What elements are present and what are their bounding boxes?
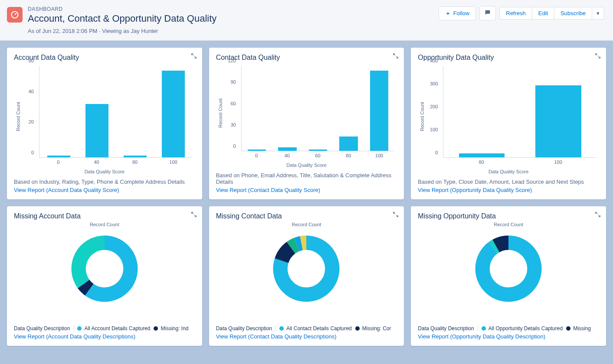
view-report-link[interactable]: View Report (Opportunity Data Quality Sc…: [418, 187, 599, 193]
view-report-link[interactable]: View Report (Opportunity Data Quality De…: [418, 333, 599, 340]
feed-button[interactable]: [479, 6, 496, 20]
bar-chart: Record Count03060901200406080100: [216, 66, 397, 161]
card-title: Contact Data Quality: [216, 54, 397, 62]
card-missing-account: Missing Account Data Record Count Data Q…: [7, 206, 202, 346]
legend-item-label: All Opportunity Details Captured: [488, 325, 563, 332]
header-actions: ＋ Follow Refresh Edit Subscribe ▾: [439, 6, 604, 20]
view-report-link[interactable]: View Report (Account Data Quality Descri…: [14, 333, 195, 340]
page-title: Account, Contact & Opportunity Data Qual…: [28, 13, 433, 24]
follow-button[interactable]: ＋ Follow: [439, 6, 476, 20]
bar-chart: Record Count020406004080100: [14, 66, 195, 167]
legend-row: Data Quality Description All Opportunity…: [418, 325, 599, 332]
card-missing-opportunity: Missing Opportunity Data Record Count Da…: [411, 206, 606, 346]
refresh-button[interactable]: Refresh: [499, 7, 532, 20]
card-title: Missing Account Data: [14, 212, 195, 220]
expand-icon[interactable]: [595, 211, 601, 219]
donut-ylabel: Record Count: [292, 222, 321, 227]
card-account-dq: Account Data Quality Record Count0204060…: [7, 48, 202, 199]
legend-label: Data Quality Description: [14, 325, 70, 332]
expand-icon[interactable]: [191, 211, 197, 219]
view-report-link[interactable]: View Report (Contact Data Quality Descri…: [216, 333, 397, 340]
expand-icon[interactable]: [595, 53, 601, 60]
card-contact-dq: Contact Data Quality Record Count0306090…: [209, 48, 404, 199]
dashboard-header: DASHBOARD Account, Contact & Opportunity…: [0, 0, 613, 41]
card-footer: Based on Industry, Rating, Type, Phone &…: [14, 179, 195, 185]
more-actions-button[interactable]: ▾: [592, 7, 604, 20]
card-footer: Based on Phone, Email Address, Title, Sa…: [216, 172, 397, 185]
header-metalabel: DASHBOARD: [28, 6, 433, 12]
speech-icon: [484, 9, 491, 17]
legend-row: Data Quality Description All Account Det…: [14, 325, 195, 332]
dashboard-grid: Account Data Quality Record Count0204060…: [0, 41, 613, 353]
card-title: Missing Contact Data: [216, 212, 397, 220]
donut-chart: [66, 230, 144, 308]
bar-chart: Record Count010020030040080100: [418, 66, 599, 167]
dashboard-icon: [7, 7, 23, 23]
legend-item-label: Missing: Cor: [362, 325, 391, 332]
view-report-link[interactable]: View Report (Account Data Quality Score): [14, 187, 195, 193]
subscribe-button[interactable]: Subscribe: [554, 7, 592, 20]
card-title: Account Data Quality: [14, 54, 195, 62]
legend-row: Data Quality Description All Contact Det…: [216, 325, 397, 332]
expand-icon[interactable]: [191, 53, 197, 60]
donut-chart: [469, 230, 547, 308]
legend-item-label: Missing: [573, 325, 591, 332]
card-opportunity-dq: Opportunity Data Quality Record Count010…: [411, 48, 606, 199]
chevron-down-icon: ▾: [597, 10, 600, 16]
follow-label: Follow: [453, 10, 470, 16]
legend-item-label: Missing: Ind: [161, 325, 188, 332]
card-footer: Based on Type, Close Date, Amount, Lead …: [418, 179, 599, 185]
legend-label: Data Quality Description: [418, 325, 474, 332]
donut-chart: [267, 230, 345, 308]
action-button-group: Refresh Edit Subscribe ▾: [499, 7, 604, 20]
header-subtitle: As of Jun 22, 2018 2:06 PM · Viewing as …: [28, 28, 433, 34]
expand-icon[interactable]: [393, 53, 399, 60]
donut-ylabel: Record Count: [90, 222, 119, 227]
card-title: Opportunity Data Quality: [418, 54, 599, 62]
card-title: Missing Opportunity Data: [418, 212, 599, 220]
expand-icon[interactable]: [393, 211, 399, 219]
legend-item-label: All Contact Details Captured: [286, 325, 352, 332]
donut-ylabel: Record Count: [494, 222, 523, 227]
view-report-link[interactable]: View Report (Contact Data Quality Score): [216, 187, 397, 193]
card-missing-contact: Missing Contact Data Record Count Data Q…: [209, 206, 404, 346]
legend-item-label: All Account Details Captured: [84, 325, 150, 332]
edit-button[interactable]: Edit: [532, 7, 554, 20]
plus-icon: ＋: [445, 10, 451, 17]
legend-label: Data Quality Description: [216, 325, 272, 332]
